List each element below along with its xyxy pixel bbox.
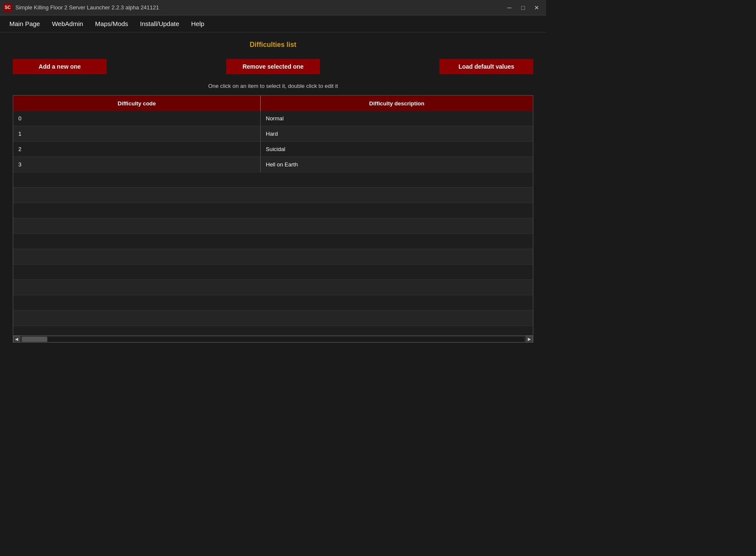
cell-desc: Normal — [261, 111, 533, 126]
empty-row — [13, 218, 533, 234]
empty-row — [13, 295, 533, 311]
scroll-left-arrow[interactable]: ◀ — [13, 336, 20, 343]
section-title: Difficulties list — [13, 41, 533, 49]
menu-item-maps-mods[interactable]: Maps/Mods — [89, 17, 134, 30]
maximize-button[interactable]: □ — [517, 3, 529, 12]
menu-item-help[interactable]: Help — [185, 17, 210, 30]
empty-row — [13, 311, 533, 326]
buttons-row: Add a new one Remove selected one Load d… — [13, 59, 533, 74]
menubar: Main Page WebAdmin Maps/Mods Install/Upd… — [0, 15, 546, 32]
minimize-button[interactable]: ─ — [503, 3, 515, 12]
cell-code: 1 — [13, 126, 261, 141]
table-row[interactable]: 0 Normal — [13, 111, 533, 126]
scroll-thumb[interactable] — [22, 337, 47, 342]
cell-code: 3 — [13, 157, 261, 172]
cell-desc: Hard — [261, 126, 533, 141]
empty-row — [13, 172, 533, 188]
add-button[interactable]: Add a new one — [13, 59, 107, 74]
column-header-desc: Difficulty description — [261, 96, 533, 111]
empty-row — [13, 326, 533, 335]
app-icon: SC — [3, 3, 12, 12]
remove-button[interactable]: Remove selected one — [226, 59, 320, 74]
titlebar: SC Simple Killing Floor 2 Server Launche… — [0, 0, 546, 15]
table-row[interactable]: 3 Hell on Earth — [13, 157, 533, 172]
cell-desc: Suicidal — [261, 142, 533, 157]
empty-row — [13, 203, 533, 218]
cell-code: 2 — [13, 142, 261, 157]
menu-item-main-page[interactable]: Main Page — [3, 17, 46, 30]
menu-item-install-update[interactable]: Install/Update — [134, 17, 185, 30]
menu-item-webadmin[interactable]: WebAdmin — [46, 17, 89, 30]
table-body[interactable]: 0 Normal 1 Hard 2 Suicidal 3 Hell on Ear… — [13, 111, 533, 335]
titlebar-title: Simple Killing Floor 2 Server Launcher 2… — [15, 4, 159, 11]
close-button[interactable]: ✕ — [531, 3, 543, 12]
empty-row — [13, 188, 533, 203]
difficulties-table: Difficulty code Difficulty description 0… — [13, 95, 533, 343]
table-row[interactable]: 1 Hard — [13, 126, 533, 142]
cell-code: 0 — [13, 111, 261, 126]
main-content: Difficulties list Add a new one Remove s… — [0, 32, 546, 401]
empty-row — [13, 265, 533, 280]
empty-row — [13, 249, 533, 265]
empty-row — [13, 234, 533, 249]
table-row[interactable]: 2 Suicidal — [13, 142, 533, 157]
scroll-track[interactable] — [22, 337, 524, 342]
titlebar-controls: ─ □ ✕ — [503, 3, 543, 12]
empty-row — [13, 280, 533, 295]
load-defaults-button[interactable]: Load default values — [439, 59, 533, 74]
cell-desc: Hell on Earth — [261, 157, 533, 172]
hint-text: One click on an item to select it, doubl… — [13, 83, 533, 89]
table-header: Difficulty code Difficulty description — [13, 96, 533, 111]
scroll-right-arrow[interactable]: ▶ — [526, 336, 533, 343]
column-header-code: Difficulty code — [13, 96, 261, 111]
titlebar-left: SC Simple Killing Floor 2 Server Launche… — [3, 3, 159, 12]
horizontal-scrollbar[interactable]: ◀ ▶ — [13, 335, 533, 342]
